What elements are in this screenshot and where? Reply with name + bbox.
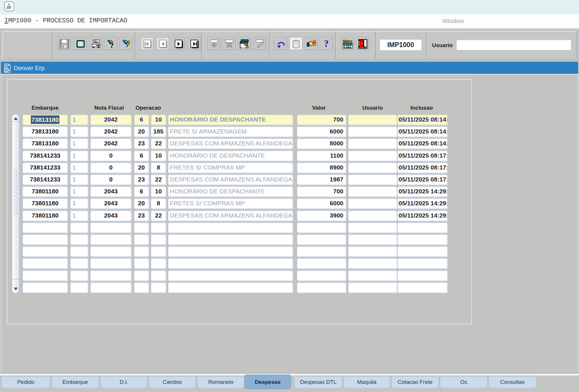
- svg-text:?: ?: [110, 41, 114, 49]
- svg-text:?: ?: [324, 39, 329, 49]
- svg-text:Menu: Menu: [343, 39, 352, 44]
